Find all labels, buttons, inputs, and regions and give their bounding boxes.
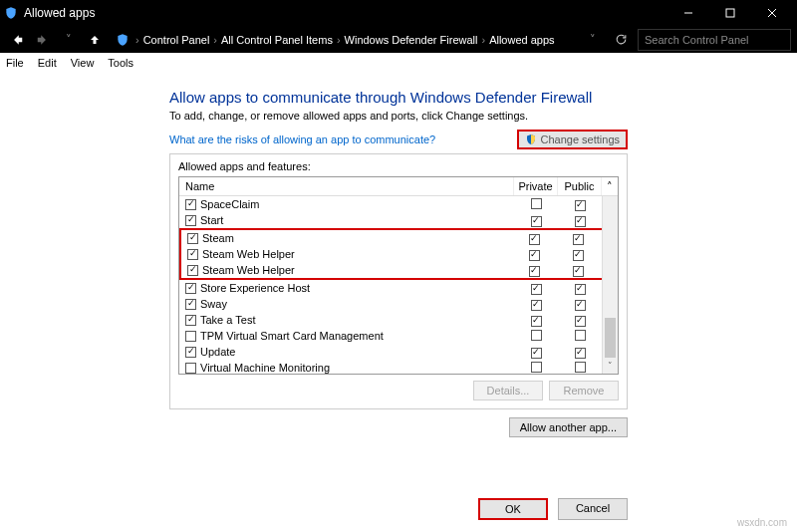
scroll-up-button[interactable]: ˄ — [602, 177, 618, 195]
breadcrumb-item[interactable]: Allowed apps — [489, 34, 554, 46]
public-checkbox[interactable] — [573, 266, 584, 277]
col-public[interactable]: Public — [558, 177, 602, 195]
private-checkbox[interactable] — [531, 300, 542, 311]
public-checkbox[interactable] — [575, 216, 586, 227]
app-enable-checkbox[interactable] — [185, 283, 196, 294]
private-checkbox[interactable] — [531, 330, 542, 341]
highlighted-rows: SteamSteam Web HelperSteam Web Helper — [179, 228, 618, 280]
private-checkbox[interactable] — [531, 284, 542, 295]
scroll-up-icon[interactable] — [603, 196, 618, 212]
window-title: Allowed apps — [24, 6, 667, 20]
breadcrumb-item[interactable]: All Control Panel Items — [221, 34, 333, 46]
app-enable-checkbox[interactable] — [187, 233, 198, 244]
table-row[interactable]: Steam — [181, 230, 616, 246]
app-name: Update — [200, 346, 235, 358]
col-name[interactable]: Name — [179, 177, 514, 195]
table-row[interactable]: TPM Virtual Smart Card Management — [179, 328, 618, 344]
app-enable-checkbox[interactable] — [185, 331, 196, 342]
scrollbar[interactable]: ˅ — [602, 196, 618, 374]
title-bar: Allowed apps — [0, 0, 797, 26]
back-button[interactable] — [6, 29, 28, 51]
forward-button[interactable] — [32, 29, 54, 51]
app-enable-checkbox[interactable] — [187, 249, 198, 260]
change-settings-label: Change settings — [541, 133, 621, 145]
private-checkbox[interactable] — [531, 362, 542, 373]
table-header: Name Private Public ˄ — [179, 177, 618, 196]
app-name: Store Experience Host — [200, 282, 310, 294]
table-row[interactable]: Start — [179, 212, 618, 228]
col-private[interactable]: Private — [514, 177, 558, 195]
table-row[interactable]: Store Experience Host — [179, 280, 618, 296]
chevron-right-icon: › — [211, 34, 219, 46]
private-checkbox[interactable] — [529, 266, 540, 277]
public-checkbox[interactable] — [575, 348, 586, 359]
chevron-right-icon: › — [479, 34, 487, 46]
group-label: Allowed apps and features: — [178, 160, 619, 176]
app-name: Steam — [202, 232, 234, 244]
chevron-right-icon: › — [335, 34, 343, 46]
nav-bar: ˅ › Control Panel › All Control Panel It… — [0, 26, 797, 53]
risk-link[interactable]: What are the risks of allowing an app to… — [169, 133, 517, 145]
public-checkbox[interactable] — [575, 316, 586, 327]
minimize-button[interactable] — [667, 0, 709, 26]
menu-tools[interactable]: Tools — [108, 57, 133, 69]
change-settings-button[interactable]: Change settings — [517, 130, 629, 149]
maximize-button[interactable] — [709, 0, 751, 26]
table-row[interactable]: Sway — [179, 296, 618, 312]
public-checkbox[interactable] — [573, 234, 584, 245]
history-dropdown[interactable]: ˅ — [582, 29, 604, 51]
menu-view[interactable]: View — [71, 57, 95, 69]
menu-file[interactable]: File — [6, 57, 24, 69]
refresh-button[interactable] — [608, 33, 634, 46]
remove-button[interactable]: Remove — [549, 381, 619, 400]
app-enable-checkbox[interactable] — [185, 315, 196, 326]
dialog-footer: OK Cancel — [478, 498, 628, 520]
private-checkbox[interactable] — [531, 216, 542, 227]
recent-dropdown[interactable]: ˅ — [58, 29, 80, 51]
breadcrumb-item[interactable]: Windows Defender Firewall — [345, 34, 478, 46]
app-enable-checkbox[interactable] — [185, 199, 196, 210]
table-row[interactable]: Steam Web Helper — [181, 246, 616, 262]
table-row[interactable]: Update — [179, 344, 618, 360]
table-row[interactable]: SpaceClaim — [179, 196, 618, 212]
page-heading: Allow apps to communicate through Window… — [169, 89, 628, 106]
table-row[interactable]: Take a Test — [179, 312, 618, 328]
app-enable-checkbox[interactable] — [187, 265, 198, 276]
app-name: Start — [200, 214, 223, 226]
app-enable-checkbox[interactable] — [185, 215, 196, 226]
public-checkbox[interactable] — [573, 250, 584, 261]
table-row[interactable]: Steam Web Helper — [181, 262, 616, 278]
app-name: TPM Virtual Smart Card Management — [200, 330, 384, 342]
breadcrumb-item[interactable]: Control Panel — [143, 34, 210, 46]
menu-bar: File Edit View Tools — [0, 53, 797, 73]
private-checkbox[interactable] — [529, 250, 540, 261]
close-button[interactable] — [751, 0, 793, 26]
table-body: SpaceClaimStartSteamSteam Web HelperStea… — [179, 196, 618, 374]
menu-edit[interactable]: Edit — [38, 57, 57, 69]
watermark: wsxdn.com — [737, 517, 787, 528]
private-checkbox[interactable] — [531, 348, 542, 359]
app-enable-checkbox[interactable] — [185, 363, 196, 374]
up-button[interactable] — [84, 29, 106, 51]
details-button[interactable]: Details... — [473, 381, 543, 400]
public-checkbox[interactable] — [575, 200, 586, 211]
allow-another-app-button[interactable]: Allow another app... — [509, 417, 628, 437]
app-enable-checkbox[interactable] — [185, 347, 196, 358]
chevron-right-icon: › — [133, 34, 141, 46]
table-row[interactable]: Virtual Machine Monitoring — [179, 360, 618, 374]
search-input[interactable]: Search Control Panel — [638, 29, 791, 51]
private-checkbox[interactable] — [531, 198, 542, 209]
public-checkbox[interactable] — [575, 330, 586, 341]
private-checkbox[interactable] — [531, 316, 542, 327]
public-checkbox[interactable] — [575, 284, 586, 295]
ok-button[interactable]: OK — [478, 498, 548, 520]
scroll-down-icon[interactable]: ˅ — [603, 358, 618, 374]
public-checkbox[interactable] — [575, 362, 586, 373]
cancel-button[interactable]: Cancel — [558, 498, 628, 520]
public-checkbox[interactable] — [575, 300, 586, 311]
breadcrumb[interactable]: › Control Panel › All Control Panel Item… — [110, 29, 578, 51]
app-enable-checkbox[interactable] — [185, 299, 196, 310]
scrollbar-thumb[interactable] — [605, 318, 616, 358]
svg-rect-0 — [726, 9, 734, 17]
private-checkbox[interactable] — [529, 234, 540, 245]
